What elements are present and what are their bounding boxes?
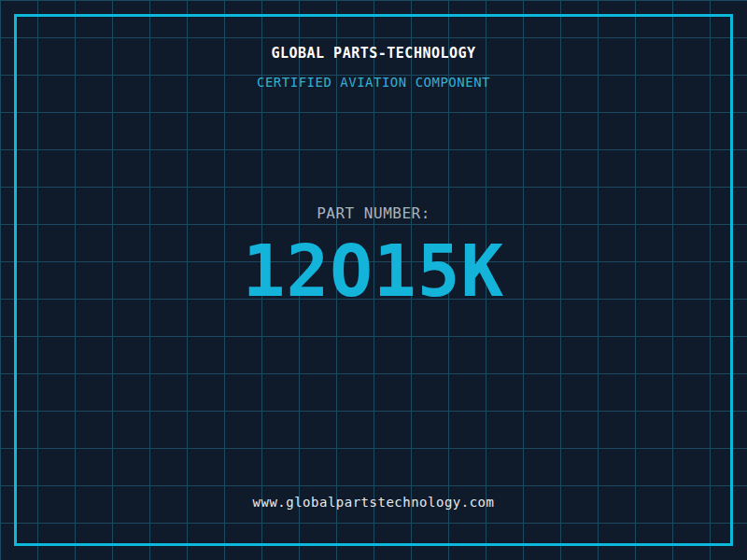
- certification-subtitle: CERTIFIED AVIATION COMPONENT: [0, 75, 747, 90]
- company-title: GLOBAL PARTS-TECHNOLOGY: [0, 45, 747, 62]
- part-number-value: 12O15K: [0, 234, 747, 309]
- part-number-label: PART NUMBER:: [0, 204, 747, 222]
- website-url: www.globalpartstechnology.com: [0, 495, 747, 510]
- blueprint-page: GLOBAL PARTS-TECHNOLOGY CERTIFIED AVIATI…: [0, 0, 747, 560]
